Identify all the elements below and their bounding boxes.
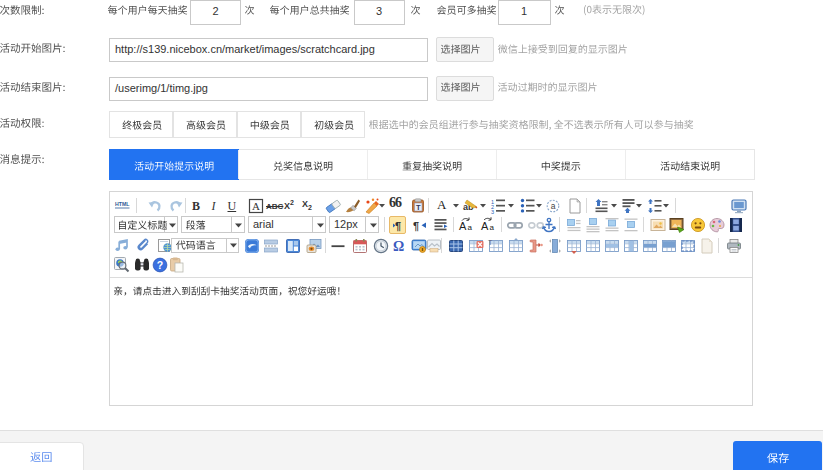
svg-text:T: T [416,203,421,212]
svg-text:a: a [550,201,555,211]
svg-text:?: ? [157,259,163,271]
svg-text:¶: ¶ [413,220,419,232]
svg-text:a: a [467,223,472,232]
svg-text:a: a [490,223,495,232]
svg-text:3: 3 [491,209,494,215]
svg-text:HTML: HTML [115,201,130,207]
svg-text:¶: ¶ [395,220,401,232]
svg-text:Ω: Ω [393,239,404,254]
svg-text:A: A [252,200,260,212]
svg-text:A: A [459,220,467,232]
svg-text:T: T [488,239,493,246]
svg-text:A: A [481,220,489,232]
